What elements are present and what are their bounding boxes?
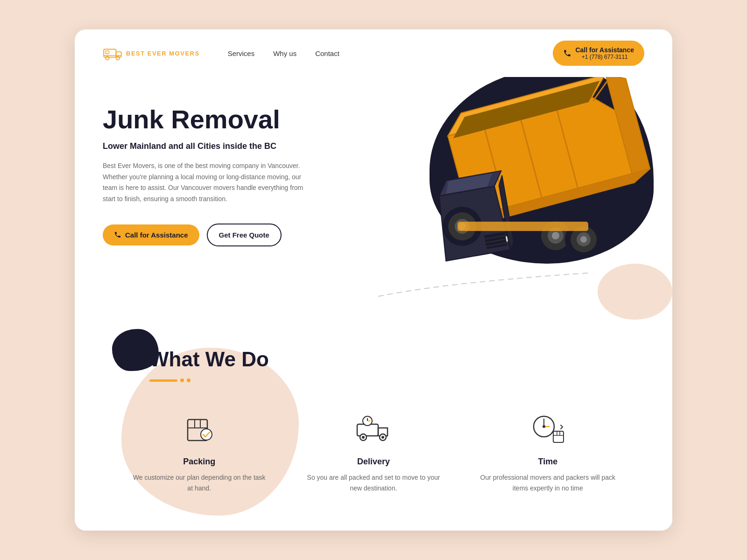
call-icon bbox=[114, 231, 121, 238]
service-time: Time Our professional movers and packers… bbox=[470, 401, 626, 503]
svg-rect-55 bbox=[553, 431, 564, 442]
svg-rect-5 bbox=[106, 51, 109, 54]
nav-cta-label: Call for Assistance bbox=[575, 46, 634, 54]
section-title: What We Do bbox=[149, 348, 644, 371]
svg-point-47 bbox=[381, 436, 384, 439]
delivery-title: Delivery bbox=[305, 457, 442, 467]
delivery-svg bbox=[355, 410, 392, 448]
services-grid: Packing We customize our plan depending … bbox=[103, 401, 644, 503]
hero-title: Junk Removal bbox=[103, 105, 345, 134]
section-underline bbox=[149, 378, 644, 382]
svg-point-31 bbox=[552, 232, 559, 239]
time-desc: Our professional movers and packers will… bbox=[479, 472, 616, 493]
get-quote-button[interactable]: Get Free Quote bbox=[207, 224, 282, 246]
nav-links: Services Why us Contact bbox=[228, 49, 553, 57]
hero-buttons: Call for Assistance Get Free Quote bbox=[103, 224, 345, 246]
nav-services[interactable]: Services bbox=[228, 49, 255, 57]
hero-content: Junk Removal Lower Mainland and all Citi… bbox=[103, 86, 345, 246]
packing-icon bbox=[181, 410, 218, 448]
truck-illustration bbox=[406, 77, 668, 282]
page-wrapper: BEST EVER MOVERS Services Why us Contact… bbox=[75, 29, 672, 531]
underline-dot-1 bbox=[180, 378, 184, 382]
nav-cta-phone: +1 (778) 677-3111 bbox=[575, 54, 634, 60]
svg-point-41 bbox=[201, 429, 212, 440]
what-we-do-inner: What We Do bbox=[103, 348, 644, 503]
svg-point-35 bbox=[580, 236, 587, 243]
packing-desc: We customize our plan depending on the t… bbox=[131, 472, 268, 493]
nav-contact[interactable]: Contact bbox=[315, 49, 339, 57]
phone-icon bbox=[563, 49, 571, 57]
call-assistance-button[interactable]: Call for Assistance bbox=[103, 224, 199, 245]
what-we-do-section: What We Do bbox=[75, 320, 672, 531]
svg-point-46 bbox=[362, 436, 365, 439]
nav-cta-button[interactable]: Call for Assistance +1 (778) 677-3111 bbox=[553, 41, 644, 66]
hero-section: Junk Removal Lower Mainland and all Citi… bbox=[75, 77, 672, 320]
time-svg bbox=[529, 410, 566, 448]
hero-subtitle: Lower Mainland and all Cities inside the… bbox=[103, 141, 345, 151]
time-title: Time bbox=[479, 457, 616, 467]
underline-bar bbox=[149, 379, 177, 382]
nav-why-us[interactable]: Why us bbox=[273, 49, 296, 57]
time-icon bbox=[529, 410, 566, 448]
svg-rect-36 bbox=[458, 222, 588, 231]
svg-point-54 bbox=[543, 425, 545, 428]
packing-svg bbox=[181, 410, 218, 448]
logo-icon bbox=[103, 46, 122, 61]
delivery-icon bbox=[355, 410, 392, 448]
underline-dot-2 bbox=[187, 378, 190, 382]
hero-visual bbox=[355, 77, 672, 320]
logo[interactable]: BEST EVER MOVERS bbox=[103, 46, 200, 61]
navbar: BEST EVER MOVERS Services Why us Contact… bbox=[75, 29, 672, 77]
hero-description: Best Ever Movers, is one of the best mov… bbox=[103, 161, 308, 205]
packing-title: Packing bbox=[131, 457, 268, 467]
service-packing: Packing We customize our plan depending … bbox=[121, 401, 277, 503]
delivery-desc: So you are all packed and set to move to… bbox=[305, 472, 442, 493]
logo-text: BEST EVER MOVERS bbox=[126, 50, 200, 57]
service-delivery: Delivery So you are all packed and set t… bbox=[296, 401, 451, 503]
